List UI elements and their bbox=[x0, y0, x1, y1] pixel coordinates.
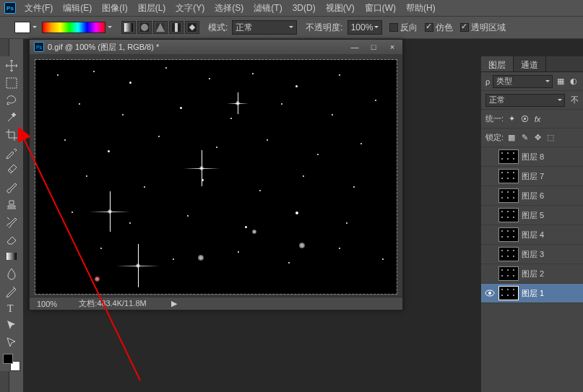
document-titlebar[interactable]: Ps 0.gif @ 100% (图层 1, RGB/8) * — □ × bbox=[30, 40, 402, 54]
direct-select-tool[interactable] bbox=[3, 335, 20, 351]
layer-item[interactable]: 图层 2 bbox=[481, 264, 583, 284]
menu-filter[interactable]: 滤镜(T) bbox=[249, 0, 286, 17]
layer-item[interactable]: 图层 8 bbox=[481, 147, 583, 167]
menu-help[interactable]: 帮助(H) bbox=[402, 0, 440, 17]
blend-row: 正常 不 bbox=[481, 91, 583, 110]
zoom-level[interactable]: 100% bbox=[37, 300, 57, 308]
lock-pixels-icon[interactable]: ▩ bbox=[506, 133, 517, 143]
document-window: Ps 0.gif @ 100% (图层 1, RGB/8) * — □ × bbox=[29, 39, 403, 310]
gradient-radial-button[interactable] bbox=[137, 21, 152, 34]
menu-edit[interactable]: 编辑(E) bbox=[59, 0, 96, 17]
history-brush-tool[interactable] bbox=[3, 214, 20, 230]
lock-label: 锁定: bbox=[485, 132, 504, 143]
menu-window[interactable]: 窗口(W) bbox=[360, 0, 400, 17]
doc-size[interactable]: 文档:483.4K/11.8M bbox=[79, 298, 147, 309]
layer-item[interactable]: 图层 3 bbox=[481, 245, 583, 264]
stamp-tool[interactable] bbox=[3, 196, 20, 212]
layer-thumb bbox=[498, 286, 519, 300]
pen-tool[interactable] bbox=[3, 283, 20, 299]
unify-label: 统一: bbox=[485, 113, 504, 124]
layer-name[interactable]: 图层 4 bbox=[522, 230, 544, 240]
lasso-tool[interactable] bbox=[3, 92, 20, 108]
dither-checkbox[interactable]: 仿色 bbox=[425, 22, 453, 34]
layer-blend-select[interactable]: 正常 bbox=[485, 94, 565, 107]
layer-opacity-label: 不 bbox=[571, 95, 579, 105]
marquee-tool[interactable] bbox=[3, 75, 20, 91]
minimize-button[interactable]: — bbox=[349, 42, 360, 52]
brush-tool[interactable] bbox=[3, 179, 20, 195]
layer-list: 图层 8 图层 7 图层 6 图层 5 图层 4 图层 3 图层 2 图层 1 bbox=[481, 147, 583, 392]
color-picker[interactable] bbox=[3, 354, 20, 371]
layer-item[interactable]: 图层 7 bbox=[481, 167, 583, 186]
layer-thumb bbox=[498, 188, 519, 203]
crop-tool[interactable] bbox=[3, 127, 20, 143]
layer-name[interactable]: 图层 3 bbox=[522, 249, 544, 260]
layer-filter-row: ρ 类型 ▦ ◐ bbox=[481, 72, 583, 91]
filter-img-icon[interactable]: ▦ bbox=[556, 77, 566, 87]
svg-rect-0 bbox=[124, 23, 133, 32]
layer-thumb bbox=[498, 169, 519, 183]
layer-name[interactable]: 图层 7 bbox=[522, 171, 544, 182]
layer-name[interactable]: 图层 6 bbox=[522, 191, 544, 201]
layer-item[interactable]: 图层 5 bbox=[481, 206, 583, 225]
layer-name[interactable]: 图层 1 bbox=[522, 288, 544, 299]
gradient-linear-button[interactable] bbox=[121, 21, 136, 34]
tab-channels[interactable]: 通道 bbox=[514, 56, 546, 71]
unify-vis-icon[interactable]: ⦿ bbox=[519, 114, 530, 124]
menu-file[interactable]: 文件(F) bbox=[20, 0, 57, 17]
transparency-checkbox[interactable]: 透明区域 bbox=[460, 22, 506, 34]
unify-style-icon[interactable]: fx bbox=[532, 114, 543, 124]
foreground-swatch[interactable] bbox=[14, 22, 30, 33]
layer-thumb bbox=[498, 227, 519, 242]
lock-paint-icon[interactable]: ✎ bbox=[519, 133, 530, 143]
document-title: 0.gif @ 100% (图层 1, RGB/8) * bbox=[48, 42, 159, 53]
layer-filter-select[interactable]: 类型 bbox=[493, 75, 553, 88]
svg-point-12 bbox=[488, 292, 491, 295]
svg-rect-9 bbox=[7, 253, 17, 260]
menu-3d[interactable]: 3D(D) bbox=[288, 1, 320, 15]
visibility-toggle[interactable] bbox=[484, 289, 496, 297]
healing-tool[interactable] bbox=[3, 162, 20, 178]
unify-pos-icon[interactable]: ✦ bbox=[506, 114, 517, 124]
close-button[interactable]: × bbox=[386, 42, 398, 52]
reverse-checkbox[interactable]: 反向 bbox=[389, 22, 418, 34]
eraser-tool[interactable] bbox=[3, 231, 20, 247]
menu-layer[interactable]: 图层(L) bbox=[134, 0, 170, 17]
path-select-tool[interactable] bbox=[3, 318, 20, 334]
opacity-label: 不透明度: bbox=[306, 22, 342, 34]
menu-type[interactable]: 文字(Y) bbox=[171, 0, 209, 17]
gradient-preview[interactable] bbox=[42, 22, 105, 33]
gradient-angle-button[interactable] bbox=[153, 21, 168, 34]
magic-wand-tool[interactable] bbox=[3, 110, 20, 126]
gradient-diamond-button[interactable] bbox=[185, 21, 199, 34]
lock-pos-icon[interactable]: ✥ bbox=[532, 133, 543, 143]
layers-panel: 图层 通道 ρ 类型 ▦ ◐ 正常 不 统一: ✦ ⦿ fx 锁定: ▩ ✎ ✥… bbox=[480, 56, 583, 392]
lock-all-icon[interactable]: ⬚ bbox=[545, 133, 556, 143]
opacity-input[interactable]: 100% bbox=[347, 20, 382, 35]
move-tool[interactable] bbox=[3, 58, 20, 74]
layer-name[interactable]: 图层 8 bbox=[522, 152, 544, 162]
menu-image[interactable]: 图像(I) bbox=[98, 0, 131, 17]
tab-layers[interactable]: 图层 bbox=[481, 56, 514, 71]
filter-adj-icon[interactable]: ◐ bbox=[569, 77, 579, 87]
blend-mode-select[interactable]: 正常 bbox=[232, 20, 297, 35]
menu-select[interactable]: 选择(S) bbox=[210, 0, 248, 17]
ps-logo-icon: Ps bbox=[4, 2, 16, 14]
maximize-button[interactable]: □ bbox=[368, 42, 379, 52]
svg-rect-8 bbox=[7, 78, 17, 88]
layer-item[interactable]: 图层 1 bbox=[481, 284, 583, 303]
document-canvas[interactable] bbox=[35, 60, 397, 294]
layer-item[interactable]: 图层 6 bbox=[481, 186, 583, 206]
layer-item[interactable]: 图层 4 bbox=[481, 225, 583, 245]
type-tool[interactable]: T bbox=[3, 300, 20, 316]
lock-row: 锁定: ▩ ✎ ✥ ⬚ bbox=[481, 129, 583, 147]
blur-tool[interactable] bbox=[3, 266, 20, 282]
layer-thumb bbox=[498, 208, 519, 222]
gradient-tool[interactable] bbox=[3, 248, 20, 264]
layer-name[interactable]: 图层 5 bbox=[522, 210, 544, 221]
gradient-reflected-button[interactable] bbox=[169, 21, 183, 34]
layer-thumb bbox=[498, 266, 519, 281]
layer-name[interactable]: 图层 2 bbox=[522, 269, 544, 279]
menu-view[interactable]: 视图(V) bbox=[321, 0, 359, 17]
eyedropper-tool[interactable] bbox=[3, 144, 20, 160]
